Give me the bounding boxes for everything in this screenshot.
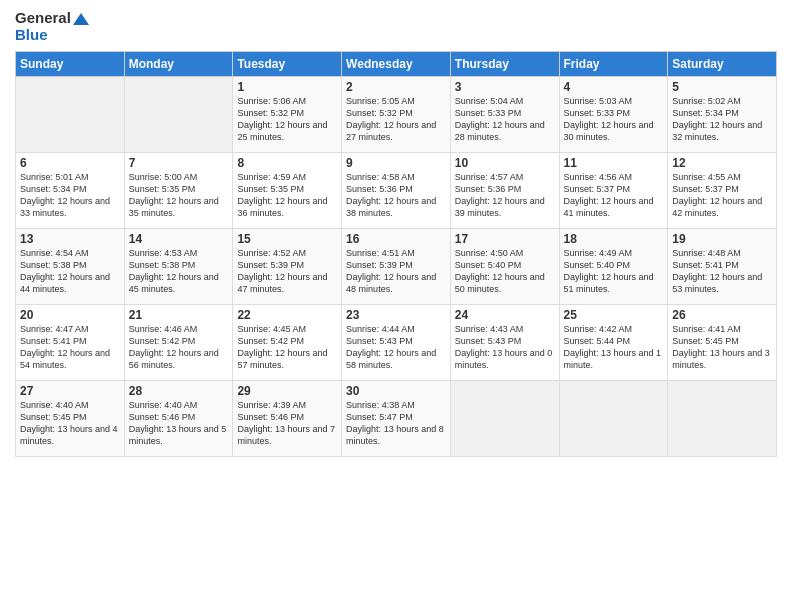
calendar-week-row: 13Sunrise: 4:54 AMSunset: 5:38 PMDayligh… bbox=[16, 229, 777, 305]
day-number: 18 bbox=[564, 232, 664, 246]
day-info: Sunrise: 4:38 AMSunset: 5:47 PMDaylight:… bbox=[346, 399, 446, 448]
day-info: Sunrise: 4:51 AMSunset: 5:39 PMDaylight:… bbox=[346, 247, 446, 296]
day-info: Sunrise: 4:54 AMSunset: 5:38 PMDaylight:… bbox=[20, 247, 120, 296]
calendar-day-header: Friday bbox=[559, 52, 668, 77]
calendar-week-row: 1Sunrise: 5:06 AMSunset: 5:32 PMDaylight… bbox=[16, 77, 777, 153]
day-info: Sunrise: 4:40 AMSunset: 5:46 PMDaylight:… bbox=[129, 399, 229, 448]
calendar-day-cell: 3Sunrise: 5:04 AMSunset: 5:33 PMDaylight… bbox=[450, 77, 559, 153]
calendar-day-header: Saturday bbox=[668, 52, 777, 77]
day-info: Sunrise: 4:45 AMSunset: 5:42 PMDaylight:… bbox=[237, 323, 337, 372]
calendar-day-cell: 19Sunrise: 4:48 AMSunset: 5:41 PMDayligh… bbox=[668, 229, 777, 305]
day-number: 25 bbox=[564, 308, 664, 322]
day-info: Sunrise: 4:57 AMSunset: 5:36 PMDaylight:… bbox=[455, 171, 555, 220]
day-number: 22 bbox=[237, 308, 337, 322]
day-info: Sunrise: 4:44 AMSunset: 5:43 PMDaylight:… bbox=[346, 323, 446, 372]
calendar-day-cell: 29Sunrise: 4:39 AMSunset: 5:46 PMDayligh… bbox=[233, 381, 342, 457]
calendar-day-cell: 13Sunrise: 4:54 AMSunset: 5:38 PMDayligh… bbox=[16, 229, 125, 305]
day-info: Sunrise: 5:06 AMSunset: 5:32 PMDaylight:… bbox=[237, 95, 337, 144]
calendar-day-header: Monday bbox=[124, 52, 233, 77]
day-number: 16 bbox=[346, 232, 446, 246]
calendar-day-cell: 25Sunrise: 4:42 AMSunset: 5:44 PMDayligh… bbox=[559, 305, 668, 381]
day-number: 15 bbox=[237, 232, 337, 246]
calendar-day-cell bbox=[16, 77, 125, 153]
day-number: 7 bbox=[129, 156, 229, 170]
calendar-day-cell: 24Sunrise: 4:43 AMSunset: 5:43 PMDayligh… bbox=[450, 305, 559, 381]
day-number: 30 bbox=[346, 384, 446, 398]
day-info: Sunrise: 4:55 AMSunset: 5:37 PMDaylight:… bbox=[672, 171, 772, 220]
day-number: 21 bbox=[129, 308, 229, 322]
calendar-week-row: 20Sunrise: 4:47 AMSunset: 5:41 PMDayligh… bbox=[16, 305, 777, 381]
logo: General Blue bbox=[15, 10, 89, 43]
calendar-day-cell: 7Sunrise: 5:00 AMSunset: 5:35 PMDaylight… bbox=[124, 153, 233, 229]
calendar-day-cell: 17Sunrise: 4:50 AMSunset: 5:40 PMDayligh… bbox=[450, 229, 559, 305]
calendar-week-row: 6Sunrise: 5:01 AMSunset: 5:34 PMDaylight… bbox=[16, 153, 777, 229]
calendar-day-cell: 22Sunrise: 4:45 AMSunset: 5:42 PMDayligh… bbox=[233, 305, 342, 381]
day-info: Sunrise: 4:53 AMSunset: 5:38 PMDaylight:… bbox=[129, 247, 229, 296]
svg-marker-0 bbox=[73, 13, 89, 25]
day-number: 29 bbox=[237, 384, 337, 398]
day-number: 1 bbox=[237, 80, 337, 94]
calendar-day-cell: 2Sunrise: 5:05 AMSunset: 5:32 PMDaylight… bbox=[342, 77, 451, 153]
day-number: 23 bbox=[346, 308, 446, 322]
day-info: Sunrise: 4:48 AMSunset: 5:41 PMDaylight:… bbox=[672, 247, 772, 296]
calendar-day-cell: 30Sunrise: 4:38 AMSunset: 5:47 PMDayligh… bbox=[342, 381, 451, 457]
day-number: 14 bbox=[129, 232, 229, 246]
day-info: Sunrise: 4:39 AMSunset: 5:46 PMDaylight:… bbox=[237, 399, 337, 448]
calendar-day-cell: 9Sunrise: 4:58 AMSunset: 5:36 PMDaylight… bbox=[342, 153, 451, 229]
day-info: Sunrise: 4:50 AMSunset: 5:40 PMDaylight:… bbox=[455, 247, 555, 296]
calendar-day-cell: 26Sunrise: 4:41 AMSunset: 5:45 PMDayligh… bbox=[668, 305, 777, 381]
day-number: 5 bbox=[672, 80, 772, 94]
day-info: Sunrise: 4:47 AMSunset: 5:41 PMDaylight:… bbox=[20, 323, 120, 372]
day-info: Sunrise: 4:59 AMSunset: 5:35 PMDaylight:… bbox=[237, 171, 337, 220]
day-info: Sunrise: 5:04 AMSunset: 5:33 PMDaylight:… bbox=[455, 95, 555, 144]
day-info: Sunrise: 5:03 AMSunset: 5:33 PMDaylight:… bbox=[564, 95, 664, 144]
calendar-week-row: 27Sunrise: 4:40 AMSunset: 5:45 PMDayligh… bbox=[16, 381, 777, 457]
logo-text-blue: Blue bbox=[15, 27, 89, 44]
day-number: 11 bbox=[564, 156, 664, 170]
day-number: 4 bbox=[564, 80, 664, 94]
calendar-header-row: SundayMondayTuesdayWednesdayThursdayFrid… bbox=[16, 52, 777, 77]
day-number: 19 bbox=[672, 232, 772, 246]
day-info: Sunrise: 5:00 AMSunset: 5:35 PMDaylight:… bbox=[129, 171, 229, 220]
day-number: 12 bbox=[672, 156, 772, 170]
day-number: 8 bbox=[237, 156, 337, 170]
day-number: 9 bbox=[346, 156, 446, 170]
day-info: Sunrise: 5:05 AMSunset: 5:32 PMDaylight:… bbox=[346, 95, 446, 144]
calendar-day-cell bbox=[668, 381, 777, 457]
calendar-day-cell: 4Sunrise: 5:03 AMSunset: 5:33 PMDaylight… bbox=[559, 77, 668, 153]
calendar-day-cell: 21Sunrise: 4:46 AMSunset: 5:42 PMDayligh… bbox=[124, 305, 233, 381]
day-number: 17 bbox=[455, 232, 555, 246]
calendar-day-header: Sunday bbox=[16, 52, 125, 77]
day-number: 27 bbox=[20, 384, 120, 398]
calendar-day-cell: 14Sunrise: 4:53 AMSunset: 5:38 PMDayligh… bbox=[124, 229, 233, 305]
day-number: 10 bbox=[455, 156, 555, 170]
calendar-day-cell: 16Sunrise: 4:51 AMSunset: 5:39 PMDayligh… bbox=[342, 229, 451, 305]
day-number: 26 bbox=[672, 308, 772, 322]
calendar-day-cell bbox=[124, 77, 233, 153]
calendar-day-cell: 12Sunrise: 4:55 AMSunset: 5:37 PMDayligh… bbox=[668, 153, 777, 229]
day-info: Sunrise: 4:40 AMSunset: 5:45 PMDaylight:… bbox=[20, 399, 120, 448]
calendar-day-header: Wednesday bbox=[342, 52, 451, 77]
day-number: 6 bbox=[20, 156, 120, 170]
calendar-day-cell: 15Sunrise: 4:52 AMSunset: 5:39 PMDayligh… bbox=[233, 229, 342, 305]
day-info: Sunrise: 4:56 AMSunset: 5:37 PMDaylight:… bbox=[564, 171, 664, 220]
page-header: General Blue bbox=[15, 10, 777, 43]
calendar-day-cell: 20Sunrise: 4:47 AMSunset: 5:41 PMDayligh… bbox=[16, 305, 125, 381]
day-info: Sunrise: 4:41 AMSunset: 5:45 PMDaylight:… bbox=[672, 323, 772, 372]
calendar-day-cell: 27Sunrise: 4:40 AMSunset: 5:45 PMDayligh… bbox=[16, 381, 125, 457]
day-number: 13 bbox=[20, 232, 120, 246]
day-number: 28 bbox=[129, 384, 229, 398]
calendar-day-cell bbox=[559, 381, 668, 457]
calendar-day-cell: 8Sunrise: 4:59 AMSunset: 5:35 PMDaylight… bbox=[233, 153, 342, 229]
day-info: Sunrise: 4:46 AMSunset: 5:42 PMDaylight:… bbox=[129, 323, 229, 372]
calendar-day-header: Thursday bbox=[450, 52, 559, 77]
day-number: 3 bbox=[455, 80, 555, 94]
calendar-day-cell: 28Sunrise: 4:40 AMSunset: 5:46 PMDayligh… bbox=[124, 381, 233, 457]
calendar-day-cell bbox=[450, 381, 559, 457]
day-info: Sunrise: 4:52 AMSunset: 5:39 PMDaylight:… bbox=[237, 247, 337, 296]
day-info: Sunrise: 4:42 AMSunset: 5:44 PMDaylight:… bbox=[564, 323, 664, 372]
calendar-day-cell: 5Sunrise: 5:02 AMSunset: 5:34 PMDaylight… bbox=[668, 77, 777, 153]
day-info: Sunrise: 5:01 AMSunset: 5:34 PMDaylight:… bbox=[20, 171, 120, 220]
day-info: Sunrise: 5:02 AMSunset: 5:34 PMDaylight:… bbox=[672, 95, 772, 144]
calendar-day-cell: 23Sunrise: 4:44 AMSunset: 5:43 PMDayligh… bbox=[342, 305, 451, 381]
